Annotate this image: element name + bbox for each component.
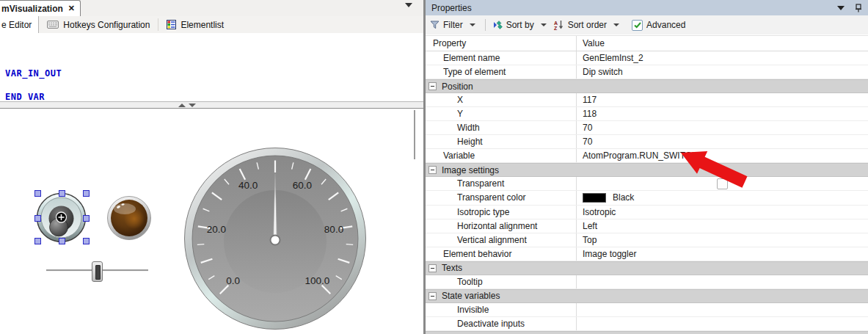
group-label: Image settings xyxy=(442,165,499,175)
property-value[interactable]: Isotropic xyxy=(576,206,868,219)
slider-handle[interactable] xyxy=(92,261,103,282)
collapse-minus-icon[interactable] xyxy=(428,264,437,272)
property-row-element-name[interactable]: Element nameGenElemInst_2 xyxy=(426,51,868,65)
svg-text:Z: Z xyxy=(554,26,558,31)
value-text: Left xyxy=(583,221,597,231)
subtab-editor-label: e Editor xyxy=(1,20,32,30)
panel-menu-icon[interactable] xyxy=(837,6,845,10)
property-row-transparent[interactable]: Transparent xyxy=(426,177,868,191)
advanced-checkbox[interactable] xyxy=(632,20,643,31)
tab-visualization[interactable]: mVisualization ✕ xyxy=(0,0,81,16)
toolbar-separator xyxy=(485,19,486,31)
filter-dropdown-icon[interactable] xyxy=(470,23,475,26)
selection-handle[interactable] xyxy=(34,190,41,197)
group-row-image-settings[interactable]: Image settings xyxy=(426,163,868,177)
declaration-editor[interactable]: VAR_IN_OUT END_VAR 100 % xyxy=(0,33,423,101)
splitter-collapse-down-icon[interactable] xyxy=(189,104,196,107)
property-row-deactivate-inputs[interactable]: Deactivate inputs xyxy=(426,317,868,331)
visualization-canvas[interactable]: 0.020.040.060.080.0100.0 xyxy=(0,109,423,334)
selection-handle[interactable] xyxy=(34,238,41,244)
property-row-vertical-alignment[interactable]: Vertical alignmentTop xyxy=(426,233,868,247)
slider-handle-slot xyxy=(95,265,101,280)
property-value[interactable] xyxy=(576,317,868,330)
property-label: Type of element xyxy=(443,67,506,77)
property-row-type-of-element[interactable]: Type of elementDip switch xyxy=(426,65,868,79)
property-value[interactable]: Image toggler xyxy=(576,247,868,261)
property-label: Transparent color xyxy=(457,192,526,203)
selection-handle[interactable] xyxy=(83,215,90,222)
selection-handle[interactable] xyxy=(59,190,65,197)
property-label: Deactivate inputs xyxy=(457,319,525,329)
collapse-minus-icon[interactable] xyxy=(428,166,437,174)
property-row-x[interactable]: X117 xyxy=(426,93,868,107)
color-swatch[interactable] xyxy=(583,193,606,203)
property-label: Element name xyxy=(443,53,500,63)
property-row-width[interactable]: Width70 xyxy=(426,121,868,135)
property-row-y[interactable]: Y118 xyxy=(426,107,868,121)
property-value[interactable]: Top xyxy=(576,233,868,247)
gauge-tick xyxy=(346,244,353,245)
properties-title: Properties xyxy=(431,3,472,13)
property-value[interactable]: 70 xyxy=(576,121,868,134)
horizontal-splitter[interactable] xyxy=(0,101,423,109)
property-grid: PropertyValueElement nameGenElemInst_2Ty… xyxy=(426,35,868,334)
property-row-isotropic-type[interactable]: Isotropic typeIsotropic xyxy=(426,206,868,219)
subtab-elementlist-label: Elementlist xyxy=(180,20,224,30)
dip-switch-widget[interactable] xyxy=(37,193,86,242)
group-row-blank[interactable] xyxy=(426,331,868,334)
property-value[interactable] xyxy=(576,303,868,316)
sort-by-icon xyxy=(492,21,503,29)
property-row-tooltip[interactable]: Tooltip xyxy=(426,275,868,289)
collapse-minus-icon[interactable] xyxy=(428,82,437,90)
value-text: Black xyxy=(613,192,634,203)
sort-order-dropdown-icon[interactable] xyxy=(613,23,619,26)
group-label: State variables xyxy=(442,291,500,301)
property-row-transparent-color[interactable]: Transparent colorBlack xyxy=(426,191,868,205)
tab-list-dropdown-icon[interactable] xyxy=(405,3,412,7)
value-text: 117 xyxy=(583,95,597,105)
selection-handle[interactable] xyxy=(83,190,90,197)
sort-by-dropdown-icon[interactable] xyxy=(541,23,547,26)
property-row-invisible[interactable]: Invisible xyxy=(426,303,868,317)
pin-icon[interactable] xyxy=(855,4,862,12)
group-row-position[interactable]: Position xyxy=(426,79,868,93)
value-text: 118 xyxy=(583,109,597,119)
canvas-vertical-scrollbar[interactable] xyxy=(414,110,415,159)
subtab-hotkeys-configuration[interactable]: Hotkeys Configuration xyxy=(39,16,158,33)
group-row-texts[interactable]: Texts xyxy=(426,261,868,275)
value-text: Value xyxy=(583,38,605,48)
sort-by-button[interactable]: Sort by xyxy=(506,20,534,30)
property-row-variable[interactable]: VariableAtomProgram.RUN_SWITCH xyxy=(426,149,868,163)
value-text: 70 xyxy=(583,137,592,147)
property-row-element-behavior[interactable]: Element behaviorImage toggler xyxy=(426,247,868,261)
lamp-widget[interactable] xyxy=(107,196,151,240)
splitter-collapse-up-icon[interactable] xyxy=(178,104,186,107)
subtab-elementlist[interactable]: Elementlist xyxy=(158,16,232,33)
gauge-scale-label: 100.0 xyxy=(304,275,329,286)
selection-handle[interactable] xyxy=(83,238,90,244)
property-value[interactable] xyxy=(576,275,868,288)
sort-order-button[interactable]: Sort order xyxy=(568,20,607,30)
property-row-horizontal-alignment[interactable]: Horizontal alignmentLeft xyxy=(426,219,868,233)
property-value[interactable]: 118 xyxy=(576,107,868,120)
property-value[interactable]: Dip switch xyxy=(576,65,868,79)
svg-text:A: A xyxy=(554,21,558,26)
property-value[interactable]: GenElemInst_2 xyxy=(576,51,868,65)
group-label: Position xyxy=(442,81,473,92)
selection-handle[interactable] xyxy=(34,215,41,222)
filter-button[interactable]: Filter xyxy=(443,20,463,30)
gauge-widget[interactable]: 0.020.040.060.080.0100.0 xyxy=(184,148,366,330)
code-line-end-var: END_VAR xyxy=(5,92,45,102)
property-row-height[interactable]: Height70 xyxy=(426,135,868,149)
property-label: Tooltip xyxy=(457,277,483,287)
selection-handle[interactable] xyxy=(59,238,65,244)
subtab-editor[interactable]: e Editor xyxy=(0,16,39,33)
property-value[interactable]: 117 xyxy=(576,93,868,106)
collapse-minus-icon[interactable] xyxy=(428,292,437,300)
checkmark-icon xyxy=(634,22,641,29)
value-text: Image toggler xyxy=(583,249,636,259)
property-value[interactable]: Black xyxy=(576,191,868,204)
close-icon[interactable]: ✕ xyxy=(68,4,75,12)
group-row-state-variables[interactable]: State variables xyxy=(426,289,868,303)
property-value[interactable]: Left xyxy=(576,219,868,233)
